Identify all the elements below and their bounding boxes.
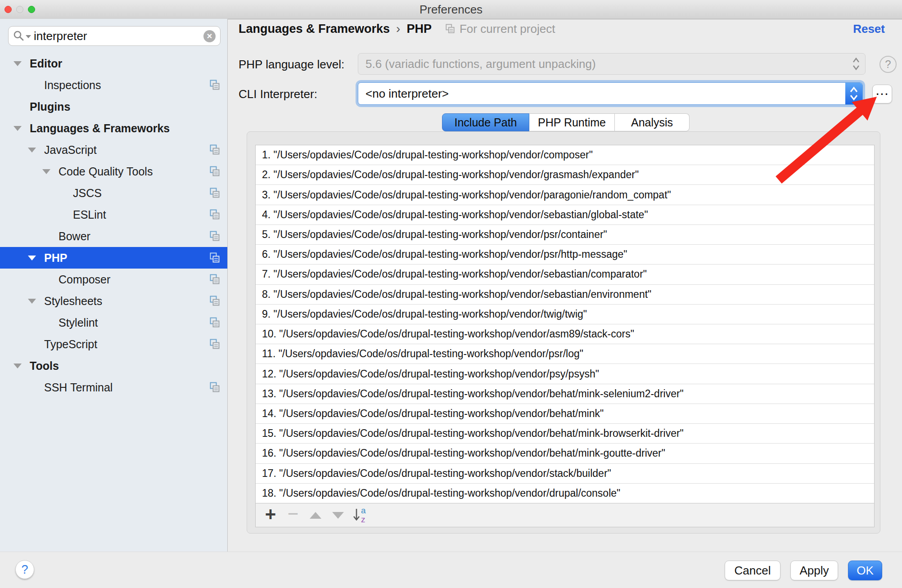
sort-az-icon: a z: [352, 507, 370, 524]
sidebar-item-code-quality-tools[interactable]: Code Quality Tools: [0, 161, 227, 182]
copy-icon: [209, 188, 220, 198]
sidebar-item-ssh-terminal[interactable]: SSH Terminal: [0, 377, 227, 398]
sidebar-item-jscs[interactable]: JSCS: [0, 182, 227, 204]
svg-text:a: a: [361, 507, 366, 515]
sidebar-item-composer[interactable]: Composer: [0, 269, 227, 290]
expand-arrow-icon[interactable]: [14, 364, 22, 368]
include-path-row[interactable]: 9. "/Users/opdavies/Code/os/drupal-testi…: [256, 305, 874, 324]
sidebar-item-label: Stylelint: [59, 316, 98, 329]
language-level-value: 5.6 (variadic functions, argument unpack…: [358, 57, 847, 71]
preferences-window: Preferences ✕ EditorInspections PluginsL…: [0, 0, 902, 588]
sidebar-item-label: JSCS: [73, 187, 102, 200]
sidebar-item-label: Bower: [59, 230, 90, 243]
sidebar-item-label: Code Quality Tools: [59, 165, 153, 178]
dialog-footer: ? Cancel Apply OK: [0, 552, 902, 588]
sidebar-item-label: Plugins: [30, 100, 70, 113]
include-path-row[interactable]: 16. "/Users/opdavies/Code/os/drupal-test…: [256, 444, 874, 463]
copy-icon: [209, 144, 220, 155]
include-path-row[interactable]: 13. "/Users/opdavies/Code/os/drupal-test…: [256, 384, 874, 404]
sidebar-item-plugins[interactable]: Plugins: [0, 96, 227, 117]
move-down-button[interactable]: [327, 503, 349, 527]
include-path-row[interactable]: 7. "/Users/opdavies/Code/os/drupal-testi…: [256, 265, 874, 284]
scope-label: For current project: [460, 22, 555, 36]
ellipsis-icon: ...: [875, 82, 889, 99]
sidebar-item-typescript[interactable]: TypeScript: [0, 333, 227, 355]
titlebar: Preferences: [0, 0, 902, 19]
chevron-up-down-icon[interactable]: [845, 83, 862, 104]
sidebar-item-stylesheets[interactable]: Stylesheets: [0, 290, 227, 312]
copy-icon: [209, 382, 220, 393]
tab-analysis[interactable]: Analysis: [615, 113, 690, 131]
copy-icon: [209, 252, 220, 263]
include-path-list[interactable]: 1. "/Users/opdavies/Code/os/drupal-testi…: [255, 145, 875, 503]
settings-sidebar: ✕ EditorInspections PluginsLanguages & F…: [0, 19, 228, 552]
minus-icon: −: [288, 503, 299, 525]
include-path-row[interactable]: 10. "/Users/opdavies/Code/os/drupal-test…: [256, 324, 874, 344]
include-path-row[interactable]: 14. "/Users/opdavies/Code/os/drupal-test…: [256, 404, 874, 424]
include-path-row[interactable]: 12. "/Users/opdavies/Code/os/drupal-test…: [256, 364, 874, 384]
plus-icon: +: [265, 503, 276, 525]
help-button[interactable]: ?: [15, 560, 34, 579]
sidebar-item-label: ESLint: [73, 208, 106, 221]
expand-arrow-icon[interactable]: [28, 256, 36, 260]
language-level-select: 5.6 (variadic functions, argument unpack…: [358, 53, 866, 75]
copy-icon: [209, 231, 220, 242]
ok-button[interactable]: OK: [848, 561, 882, 580]
move-up-button[interactable]: [304, 503, 327, 527]
sidebar-item-label: Tools: [30, 359, 59, 373]
expand-arrow-icon[interactable]: [42, 169, 50, 174]
sidebar-item-label: TypeScript: [44, 338, 97, 351]
include-path-row[interactable]: 18. "/Users/opdavies/Code/os/drupal-test…: [256, 484, 874, 503]
sidebar-item-inspections[interactable]: Inspections: [0, 74, 227, 96]
expand-arrow-icon[interactable]: [28, 148, 36, 153]
remove-path-button[interactable]: −: [282, 503, 304, 527]
include-path-row[interactable]: 15. "/Users/opdavies/Code/os/drupal-test…: [256, 424, 874, 444]
sidebar-item-label: JavaScript: [44, 144, 97, 157]
sidebar-item-label: Composer: [59, 273, 110, 286]
cancel-button[interactable]: Cancel: [725, 561, 780, 580]
include-path-row[interactable]: 8. "/Users/opdavies/Code/os/drupal-testi…: [256, 285, 874, 305]
breadcrumb-languages-frameworks[interactable]: Languages & Frameworks: [239, 22, 390, 36]
sidebar-item-editor[interactable]: Editor: [0, 53, 227, 74]
breadcrumb: Languages & Frameworks › PHP For current…: [239, 21, 885, 37]
expand-arrow-icon[interactable]: [28, 299, 36, 304]
expand-arrow-icon[interactable]: [14, 61, 22, 66]
breadcrumb-php: PHP: [406, 22, 432, 36]
include-path-row[interactable]: 17. "/Users/opdavies/Code/os/drupal-test…: [256, 464, 874, 484]
include-path-row[interactable]: 2. "/Users/opdavies/Code/os/drupal-testi…: [256, 165, 874, 185]
sidebar-item-tools[interactable]: Tools: [0, 355, 227, 377]
expand-arrow-icon[interactable]: [14, 126, 22, 131]
sidebar-item-eslint[interactable]: ESLint: [0, 204, 227, 225]
cli-interpreter-combobox[interactable]: <no interpreter>: [358, 82, 863, 105]
cli-interpreter-label: CLI Interpreter:: [239, 87, 317, 101]
include-path-row[interactable]: 3. "/Users/opdavies/Code/os/drupal-testi…: [256, 185, 874, 205]
sort-alphabetically-button[interactable]: a z: [349, 503, 372, 527]
settings-tree: EditorInspections PluginsLanguages & Fra…: [0, 19, 227, 552]
browse-interpreters-button[interactable]: ...: [872, 85, 892, 103]
copy-icon: [209, 166, 220, 177]
include-path-row[interactable]: 4. "/Users/opdavies/Code/os/drupal-testi…: [256, 205, 874, 225]
reset-link[interactable]: Reset: [853, 22, 885, 36]
copy-icon: [209, 80, 220, 90]
include-path-row[interactable]: 1. "/Users/opdavies/Code/os/drupal-testi…: [256, 145, 874, 165]
help-icon[interactable]: ?: [879, 56, 897, 73]
list-toolbar: + − a z: [255, 503, 875, 527]
include-path-row[interactable]: 6. "/Users/opdavies/Code/os/drupal-testi…: [256, 245, 874, 265]
include-path-row[interactable]: 11. "/Users/opdavies/Code/os/drupal-test…: [256, 344, 874, 364]
apply-button[interactable]: Apply: [790, 561, 838, 580]
tab-php-runtime[interactable]: PHP Runtime: [529, 113, 615, 131]
copy-icon: [209, 296, 220, 306]
sidebar-item-javascript[interactable]: JavaScript: [0, 139, 227, 161]
copy-icon: [209, 317, 220, 328]
tab-include-path[interactable]: Include Path: [442, 113, 529, 131]
chevron-up-down-icon: [847, 56, 865, 72]
include-path-row[interactable]: 5. "/Users/opdavies/Code/os/drupal-testi…: [256, 225, 874, 245]
sidebar-item-stylelint[interactable]: Stylelint: [0, 312, 227, 333]
php-settings-tabs: Include PathPHP RuntimeAnalysis: [442, 113, 690, 131]
sidebar-item-languages-frameworks[interactable]: Languages & Frameworks: [0, 117, 227, 139]
add-path-button[interactable]: +: [259, 503, 282, 527]
sidebar-item-php[interactable]: PHP: [0, 247, 227, 269]
copy-icon: [209, 209, 220, 220]
sidebar-item-bower[interactable]: Bower: [0, 225, 227, 247]
cli-interpreter-value: <no interpreter>: [358, 87, 845, 101]
